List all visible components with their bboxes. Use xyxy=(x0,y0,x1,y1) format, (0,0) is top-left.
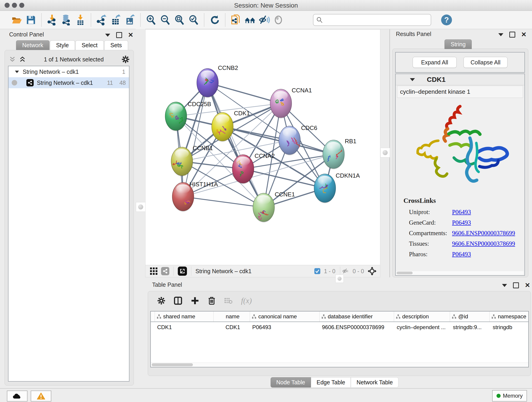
tab-string[interactable]: String xyxy=(444,39,472,49)
delete-column-icon[interactable] xyxy=(208,296,216,305)
birdseye-icon[interactable] xyxy=(367,266,377,276)
save-session-button[interactable] xyxy=(24,13,38,27)
import-network-database-button[interactable] xyxy=(59,13,73,27)
network-edge[interactable] xyxy=(208,83,281,103)
home-button[interactable] xyxy=(243,13,257,27)
network-node-CCNA2[interactable] xyxy=(232,155,254,184)
network-label: String Network – cdk1 xyxy=(37,80,93,86)
help-button[interactable]: ? xyxy=(439,13,454,27)
column-name[interactable]: name xyxy=(214,312,250,322)
cell-database-identifier[interactable]: 9606.ENSP00000378699 xyxy=(320,324,394,331)
results-panel-float-button[interactable] xyxy=(498,33,503,36)
cell-id[interactable]: stringdb:9... xyxy=(451,324,491,331)
control-panel-float-button[interactable] xyxy=(105,34,110,37)
expand-all-icon[interactable] xyxy=(19,56,26,63)
network-node-CCNE1[interactable] xyxy=(253,193,274,223)
view-mode-icon[interactable] xyxy=(161,267,169,275)
network-edge[interactable] xyxy=(208,83,264,207)
import-network-icon xyxy=(46,14,57,26)
table-panel-maximize-button[interactable] xyxy=(513,282,519,288)
column-shared-name[interactable]: shared name xyxy=(155,312,214,322)
column-canonical-name[interactable]: canonical name xyxy=(250,312,319,322)
table-panel-float-button[interactable] xyxy=(502,284,507,287)
network-row[interactable]: String Network – cdk1 11 48 xyxy=(8,77,129,88)
hide-selection-button[interactable] xyxy=(257,13,271,27)
results-hscrollbar[interactable] xyxy=(396,271,524,275)
bottom-splitter[interactable] xyxy=(145,277,532,281)
expand-all-button[interactable]: Expand All xyxy=(413,57,457,68)
collection-expander-icon[interactable] xyxy=(15,70,19,73)
memory-button[interactable]: Memory xyxy=(492,390,527,402)
network-node-CDKN1A[interactable] xyxy=(314,174,336,203)
open-session-button[interactable] xyxy=(10,13,24,27)
right-splitter-handle[interactable] xyxy=(380,148,390,157)
homes-icon xyxy=(244,14,256,26)
tab-style[interactable]: Style xyxy=(50,40,75,50)
network-collection-row[interactable]: String Network – cdk1 1 xyxy=(8,66,129,77)
tab-edge-table[interactable]: Edge Table xyxy=(311,377,351,388)
search-field[interactable] xyxy=(313,14,431,26)
refresh-button[interactable] xyxy=(208,13,222,27)
tab-select[interactable]: Select xyxy=(75,40,104,50)
crosslink-compartments[interactable]: 9606.ENSP00000378699 xyxy=(452,228,515,238)
collapse-all-button[interactable]: Collapse All xyxy=(463,57,507,68)
table-gear-icon[interactable] xyxy=(157,297,165,305)
control-panel-maximize-button[interactable] xyxy=(116,32,122,38)
control-panel-close-button[interactable]: ✕ xyxy=(128,33,133,37)
gear-icon[interactable] xyxy=(122,56,129,63)
cell-shared-name[interactable]: CDK1 xyxy=(155,324,213,331)
crosslink-uniprot[interactable]: P06493 xyxy=(452,207,471,217)
column-namespace[interactable]: namespace xyxy=(490,312,528,322)
tab-sets[interactable]: Sets xyxy=(104,40,128,50)
gene-expander-icon[interactable] xyxy=(410,78,415,81)
grid-mode-icon[interactable] xyxy=(150,267,158,275)
cell-description[interactable]: cyclin–dependent ... xyxy=(394,324,450,331)
crosslink-pharos[interactable]: P06493 xyxy=(452,249,471,259)
network-canvas[interactable]: CCNB2CCNA1CDC25BCDK1CDC6RB1CCNB1CCNA2CDK… xyxy=(146,30,380,265)
show-columns-icon[interactable] xyxy=(174,296,182,305)
import-network-file-button[interactable] xyxy=(45,13,59,27)
add-column-icon[interactable] xyxy=(191,296,199,305)
network-node-CCNA1[interactable] xyxy=(270,89,292,119)
cell-name[interactable]: CDK1 xyxy=(213,324,250,331)
column-database-identifier[interactable]: database identifier xyxy=(320,312,394,322)
search-input[interactable] xyxy=(323,17,423,23)
warnings-button[interactable] xyxy=(31,390,51,402)
collapse-all-icon[interactable] xyxy=(9,56,16,63)
column-id[interactable]: @id xyxy=(450,312,490,322)
network-node-CDC25B[interactable] xyxy=(165,102,187,131)
cell-canonical-name[interactable]: P06493 xyxy=(250,324,320,331)
table-hscrollbar[interactable] xyxy=(151,363,528,367)
show-eye-button[interactable] xyxy=(271,13,285,27)
crosslink-tissues[interactable]: 9606.ENSP00000378699 xyxy=(452,238,515,249)
table-row[interactable]: CDK1 CDK1 P06493 9606.ENSP00000378699 cy… xyxy=(151,322,528,332)
cloud-status-button[interactable] xyxy=(7,390,27,402)
export-network-button[interactable] xyxy=(94,13,109,27)
network-node-RB1[interactable] xyxy=(323,140,344,169)
tab-network-table[interactable]: Network Table xyxy=(351,377,399,388)
crosslink-genecard[interactable]: P06493 xyxy=(452,217,471,228)
zoom-in-button[interactable] xyxy=(144,13,158,27)
export-image-button[interactable] xyxy=(123,13,137,27)
zoom-fit-button[interactable] xyxy=(172,13,186,27)
network-node-CCNB2[interactable] xyxy=(197,69,218,98)
import-table-button[interactable] xyxy=(73,13,88,27)
tab-network[interactable]: Network xyxy=(16,40,50,50)
network-edge[interactable] xyxy=(183,197,264,207)
results-panel-maximize-button[interactable] xyxy=(509,32,515,38)
clone-network-button[interactable] xyxy=(229,13,243,27)
zoom-out-button[interactable] xyxy=(158,13,172,27)
selected-checkbox-icon[interactable] xyxy=(314,268,321,274)
left-splitter-handle[interactable] xyxy=(136,202,146,212)
tab-node-table[interactable]: Node Table xyxy=(271,377,311,388)
detach-view-icon[interactable] xyxy=(178,267,187,276)
results-panel-close-button[interactable]: ✕ xyxy=(521,32,526,37)
column-description[interactable]: description xyxy=(394,312,450,322)
right-splitter[interactable] xyxy=(380,29,390,277)
table-panel-close-button[interactable]: ✕ xyxy=(525,283,530,288)
network-node-CCNB1[interactable] xyxy=(171,147,193,177)
export-table-button[interactable] xyxy=(109,13,123,27)
network-edge[interactable] xyxy=(183,83,208,197)
cell-namespace[interactable]: stringdb xyxy=(490,324,528,331)
zoom-selected-button[interactable] xyxy=(186,13,201,27)
